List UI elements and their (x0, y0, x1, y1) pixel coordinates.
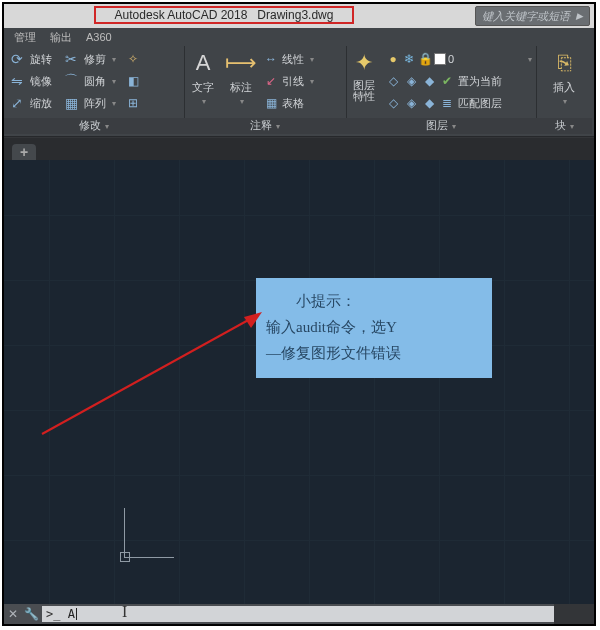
ribbon-tab-strip: 管理 输出 A360 (4, 28, 594, 46)
tip-callout: 小提示： 输入audit命令，选Y —修复图形文件错误 (256, 278, 492, 378)
layer-tools-row[interactable]: ◇ ◈ ◆ ✔ 置为当前 (382, 70, 536, 92)
modify-row[interactable]: ⇋ 镜像 ⌒ 圆角 ▾ ◧ (4, 70, 184, 92)
dimension-icon: ⟼ (226, 48, 256, 78)
app-window: Autodesk AutoCAD 2018 Drawing3.dwg 键入关键字… (2, 2, 596, 626)
wrench-icon[interactable]: 🔧 (22, 607, 40, 621)
layer-icon: ◈ (404, 74, 418, 88)
panel-footer-label: 修改 (79, 119, 101, 131)
leader-button[interactable]: ↙ 引线▾ (260, 70, 346, 92)
layer-icon: ◇ (386, 96, 400, 110)
text-caret (76, 608, 77, 620)
drawing-canvas[interactable]: 小提示： 输入audit命令，选Y —修复图形文件错误 (4, 160, 594, 604)
command-bar: ✕ 🔧 >_ A I (4, 604, 554, 624)
panel-footer-label: 图层 (426, 119, 448, 131)
panel-footer-label: 块 (555, 119, 566, 131)
mirror-icon: ⇋ (8, 72, 26, 90)
panel-layers: ✦ 图层 特性 ● ❄ 🔒 0▾ ◇ ◈ (346, 46, 537, 118)
insert-button[interactable]: ⎘ 插入 ▾ (538, 48, 590, 106)
ribbon-body: ⟳ 旋转 ✂ 修剪 ▾ ✧ ⇋ 镜像 ⌒ 圆角 ▾ ◧ ⤢ 缩放 (4, 46, 594, 118)
layer-properties-icon: ✦ (349, 48, 379, 78)
leader-label: 引线 (282, 74, 304, 89)
array-icon: ▦ (62, 94, 80, 112)
layer-properties-label: 图层 特性 (353, 80, 375, 102)
plus-icon: + (20, 144, 28, 160)
ibeam-cursor-icon: I (122, 603, 127, 621)
text-label: 文字 (192, 80, 214, 95)
rotate-label: 旋转 (30, 52, 52, 67)
color-swatch-icon (434, 53, 446, 65)
rotate-icon: ⟳ (8, 50, 26, 68)
freeze-icon: ❄ (402, 52, 416, 66)
panel-modify: ⟳ 旋转 ✂ 修剪 ▾ ✧ ⇋ 镜像 ⌒ 圆角 ▾ ◧ ⤢ 缩放 (4, 46, 185, 118)
search-box[interactable]: 键入关键字或短语 ▶ (475, 6, 590, 26)
trim-icon: ✂ (62, 50, 80, 68)
make-current-icon: ✔ (440, 74, 454, 88)
stretch-icon: ⊞ (126, 96, 140, 110)
linear-icon: ↔ (264, 52, 278, 66)
panel-block: ⎘ 插入 ▾ 块▾ (536, 46, 592, 118)
make-current-label: 置为当前 (458, 74, 502, 89)
layer-state-row[interactable]: ● ❄ 🔒 0▾ (382, 48, 536, 70)
command-prompt: >_ (46, 607, 60, 621)
command-input[interactable]: >_ A I (42, 606, 554, 622)
match-layer-label: 匹配图层 (458, 96, 502, 111)
tip-title: 小提示： (266, 288, 482, 314)
ribbon-tab[interactable]: A360 (86, 31, 112, 43)
table-icon: ▦ (264, 96, 278, 110)
app-name: Autodesk AutoCAD 2018 (115, 8, 248, 22)
trim-label: 修剪 (84, 52, 106, 67)
layer-icon: ◆ (422, 74, 436, 88)
dropdown-icon: ▾ (112, 77, 116, 86)
layer-tools-row[interactable]: ◇ ◈ ◆ ≣ 匹配图层 (382, 92, 536, 114)
linear-button[interactable]: ↔ 线性▾ (260, 48, 346, 70)
dropdown-icon: ▾ (112, 55, 116, 64)
text-button[interactable]: A 文字 ▾ (184, 48, 222, 114)
panel-footer-block[interactable]: 块▾ (536, 118, 592, 134)
text-icon: A (188, 48, 218, 78)
fillet-icon: ⌒ (62, 72, 80, 90)
layer-properties-button[interactable]: ✦ 图层 特性 (346, 48, 382, 114)
fillet-label: 圆角 (84, 74, 106, 89)
new-tab-button[interactable]: + (12, 144, 36, 160)
array-label: 阵列 (84, 96, 106, 111)
dropdown-icon: ▾ (112, 99, 116, 108)
dropdown-icon: ▾ (202, 97, 206, 106)
ucs-x-axis (124, 557, 174, 558)
command-typed: A (68, 607, 75, 621)
modify-row[interactable]: ⟳ 旋转 ✂ 修剪 ▾ ✧ (4, 48, 184, 70)
scale-icon: ⤢ (8, 94, 26, 112)
modify-row[interactable]: ⤢ 缩放 ▦ 阵列 ▾ ⊞ (4, 92, 184, 114)
layer-icon: ◇ (386, 74, 400, 88)
leader-icon: ↙ (264, 74, 278, 88)
ribbon: 管理 输出 A360 ⟳ 旋转 ✂ 修剪 ▾ ✧ ⇋ 镜像 ⌒ 圆角 (4, 28, 594, 137)
panel-footer-modify[interactable]: 修改▾ (4, 118, 184, 134)
explode-icon: ✧ (126, 52, 140, 66)
table-button[interactable]: ▦ 表格 (260, 92, 346, 114)
chevron-right-icon: ▶ (576, 11, 583, 21)
document-tabstrip: + (4, 138, 594, 161)
title-highlight-box: Autodesk AutoCAD 2018 Drawing3.dwg (94, 6, 354, 24)
title-bar: Autodesk AutoCAD 2018 Drawing3.dwg 键入关键字… (4, 4, 594, 28)
dimension-button[interactable]: ⟼ 标注 ▾ (222, 48, 260, 114)
insert-icon: ⎘ (549, 48, 579, 78)
mirror-label: 镜像 (30, 74, 52, 89)
tip-line: —修复图形文件错误 (266, 340, 482, 366)
insert-label: 插入 (553, 80, 575, 95)
ucs-y-axis (124, 508, 125, 558)
linear-label: 线性 (282, 52, 304, 67)
panel-footer-layers[interactable]: 图层▾ (346, 118, 536, 134)
ucs-icon (114, 508, 174, 568)
dropdown-icon: ▾ (240, 97, 244, 106)
svg-line-0 (42, 318, 252, 434)
panel-footer-annotation[interactable]: 注释▾ (184, 118, 346, 134)
ribbon-tab[interactable]: 管理 (14, 30, 36, 45)
offset-icon: ◧ (126, 74, 140, 88)
table-label: 表格 (282, 96, 304, 111)
file-name: Drawing3.dwg (257, 8, 333, 22)
ribbon-tab[interactable]: 输出 (50, 30, 72, 45)
annotation-arrow (38, 308, 266, 436)
panel-annotation: A 文字 ▾ ⟼ 标注 ▾ ↔ 线性▾ (184, 46, 347, 118)
panel-footer-label: 注释 (250, 119, 272, 131)
scale-label: 缩放 (30, 96, 52, 111)
close-icon[interactable]: ✕ (4, 607, 22, 621)
